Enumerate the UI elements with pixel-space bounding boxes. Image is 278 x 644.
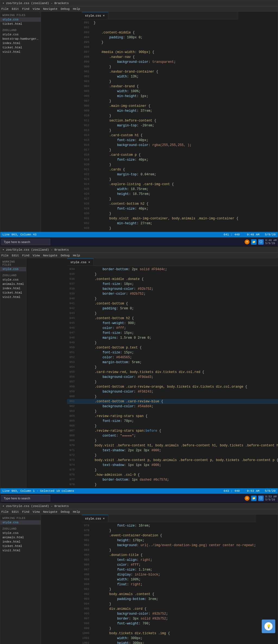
editor-main-1: style.css × 891} 892 893 .content-middle…	[82, 12, 238, 232]
menu-edit[interactable]: Edit	[12, 7, 19, 11]
code-line: 930 }	[82, 211, 238, 216]
code-line: 944 .content-bottom h2 {	[67, 316, 278, 321]
sidebar-file-ticket-3[interactable]: ticket.html	[0, 544, 41, 548]
code-line: 978 font-size: 16rem;	[82, 523, 256, 528]
tab-style-css-2[interactable]: style.css ×	[67, 259, 94, 266]
sidebar-file-animals-3[interactable]: animals.html	[0, 535, 41, 540]
code-line: 925 width: 18.75rem;	[82, 187, 238, 192]
code-line: 952 color: #646565;	[67, 355, 278, 360]
zoolland-label-3: zoolland	[0, 526, 41, 531]
tab-style-css-1[interactable]: style.css ×	[82, 12, 108, 19]
code-line: 904 .navbar-brand {	[82, 84, 238, 89]
menu-help-3[interactable]: Help	[73, 510, 80, 514]
menu-navigate-2[interactable]: Navigate	[43, 254, 58, 257]
menu-file-3[interactable]: File	[1, 510, 8, 514]
code-line: 977 border-bottom: 1px dashed #6c757d;	[67, 477, 278, 482]
code-line: 990 float: right;	[82, 582, 256, 587]
code-line: 999 }	[82, 626, 256, 631]
menu-help-2[interactable]: Help	[73, 254, 80, 257]
tab-style-css-3[interactable]: style.css ×	[82, 515, 108, 522]
menu-find[interactable]: Find	[22, 7, 29, 11]
sidebar-file-style-3[interactable]: style.css	[0, 520, 41, 525]
menu-file-2[interactable]: File	[1, 254, 8, 257]
code-line: 929 font-size: 40px;	[82, 206, 238, 211]
menu-navigate[interactable]: Navigate	[43, 7, 58, 11]
menu-debug[interactable]: Debug	[61, 7, 70, 11]
code-line: 972 }	[67, 453, 278, 458]
menu-find-3[interactable]: Find	[22, 510, 29, 514]
code-line: 916 background-color: rgba(255,255,255, …	[82, 143, 238, 148]
sidebar-file-style-2[interactable]: style.css	[0, 267, 26, 271]
title-3: • zoo/Style.css (zoolland) - Brackets	[2, 505, 69, 508]
taskbar-icon-brackets-2[interactable]: {}	[258, 496, 264, 501]
sidebar-file-style-active[interactable]: style.css	[0, 17, 41, 22]
taskbar-icon-file[interactable]: 📁	[251, 239, 257, 245]
code-line: 991 }	[82, 587, 256, 592]
clock-2: 9:53 AM5/9/20	[265, 495, 277, 501]
menu-edit-2[interactable]: Edit	[12, 254, 19, 257]
code-line: 997 border: 3px solid #92b752;	[82, 616, 256, 621]
title-1: • zoo/Style.css (zoolland) - Brackets	[2, 2, 69, 5]
menu-navigate-3[interactable]: Navigate	[43, 510, 58, 514]
taskbar-icon-brackets[interactable]: {}	[258, 239, 264, 245]
taskbar-search-1[interactable]	[1, 239, 50, 245]
code-line: 917 }	[82, 148, 238, 153]
code-line: 970 body.visit .before-content h1, body.…	[67, 443, 278, 448]
menu-edit-3[interactable]: Edit	[12, 510, 19, 514]
code-line: 910 }	[82, 113, 238, 118]
menu-find-2[interactable]: Find	[22, 254, 29, 257]
taskbar-1: ● 📁 {} 9:48 AM5/9/20	[0, 237, 278, 246]
titlebar-2: • zoo/Style.css (zoolland) - Brackets	[0, 247, 278, 253]
sidebar-file-visit-2[interactable]: visit.html	[0, 295, 26, 299]
taskbar-icon-chrome[interactable]: ●	[245, 239, 249, 244]
code-line: 961 .content-bottom .card-review-blue {	[67, 399, 278, 404]
title-2: • zoo/Style.css (zoolland) - Brackets	[2, 248, 69, 251]
code-line: 946 color: #fff;	[67, 326, 278, 331]
sidebar-file-style-2b[interactable]: style.css	[0, 278, 26, 282]
menu-view-3[interactable]: View	[33, 510, 40, 514]
code-line: 984 .donation-title {	[82, 553, 256, 558]
code-line: 914 .card-custom h1 {	[82, 133, 238, 138]
code-line: 995 div.animals .cord {	[82, 606, 256, 611]
code-line: 959 background-color: #F58243;	[67, 389, 278, 394]
titlebar-3: • zoo/Style.css (zoolland) - Brackets	[0, 503, 278, 509]
code-line: 993 padding-bottom: 3rem;	[82, 597, 256, 602]
sidebar-2: WORKING FILES style.css zoolland style.c…	[0, 258, 26, 488]
taskbar-icons-2: ● 📁 {} 9:53 AM5/9/20	[245, 495, 277, 501]
sidebar-file-index-2[interactable]: index.html	[0, 286, 26, 291]
code-line: 1002 height: 300px;	[82, 641, 256, 644]
code-line: 927 }	[82, 197, 238, 201]
sidebar-file-visit-3[interactable]: visit.html	[0, 548, 41, 553]
sidebar-file-ticket-2[interactable]: ticket.html	[0, 291, 26, 295]
code-line: 943 }	[67, 311, 278, 316]
sidebar-file-ticket2[interactable]: ticket.html	[0, 45, 41, 50]
menu-file[interactable]: File	[1, 7, 8, 11]
menu-view[interactable]: View	[33, 7, 40, 11]
zoolland-label: zoolland	[0, 28, 41, 32]
menu-debug-2[interactable]: Debug	[61, 254, 70, 257]
code-line: 987 font-size: 1.1rem;	[82, 567, 256, 572]
code-line: 937 font-size: 18px;	[67, 282, 278, 287]
code-line: 988 display: inline-block;	[82, 572, 256, 577]
sidebar-file-ticket[interactable]: ticket.html	[0, 22, 41, 26]
sidebar-file-animals-2[interactable]: animals.html	[0, 282, 26, 286]
sidebar-file-style[interactable]: style.css	[0, 32, 41, 37]
code-line: 949 }	[67, 340, 278, 345]
sidebar-file-index-3[interactable]: index.html	[0, 540, 41, 544]
taskbar-search-2[interactable]	[1, 495, 50, 502]
menu-debug-3[interactable]: Debug	[61, 510, 70, 514]
sidebar-file-index[interactable]: index.html	[0, 41, 41, 45]
menu-help[interactable]: Help	[73, 7, 80, 11]
menu-view-2[interactable]: View	[33, 254, 40, 257]
taskbar-icon-chrome-2[interactable]: ●	[245, 496, 249, 501]
sidebar-file-style-3b[interactable]: style.css	[0, 531, 41, 535]
status-bar-1: Line 963, Column 43 641 : 440 9:48 AM 5/…	[0, 232, 278, 237]
code-line: 933 }	[82, 226, 238, 231]
working-files-label: WORKING FILES	[0, 13, 41, 17]
taskbar-icon-file-2[interactable]: 📁	[251, 496, 257, 501]
code-line: 978 }	[67, 482, 278, 487]
sidebar-file-bootstrap[interactable]: bootstrap-hamburger-icon-...	[0, 37, 41, 41]
editor-window-3: • zoo/Style.css (zoolland) - Brackets Fi…	[0, 503, 278, 644]
code-line: 928 .content-bottom h2 {	[82, 201, 238, 206]
sidebar-file-visit[interactable]: visit.html	[0, 50, 41, 54]
